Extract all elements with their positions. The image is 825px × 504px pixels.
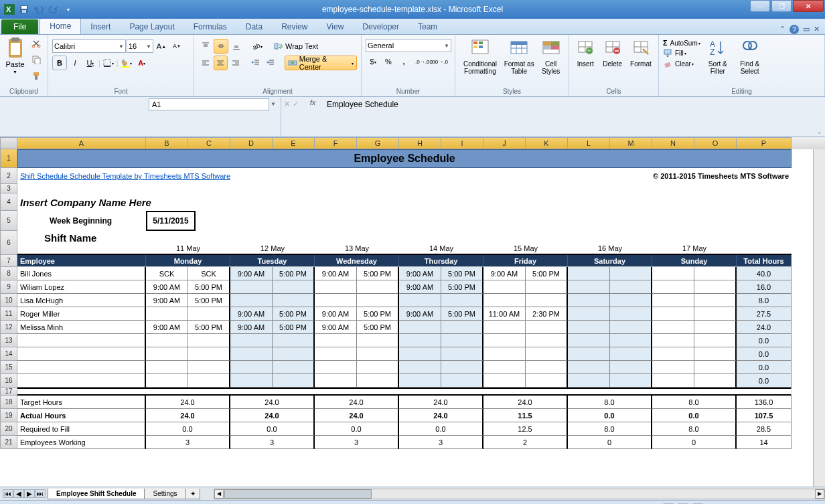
font-size-combo[interactable]: 16▼	[127, 39, 153, 53]
cell-shift-start[interactable]	[568, 294, 610, 307]
cell-shift-start[interactable]	[399, 334, 441, 347]
cell-shift-start[interactable]: 9:00 AM	[399, 307, 441, 321]
cell-shift-end[interactable]	[694, 361, 737, 374]
cell-shift-end[interactable]	[694, 294, 737, 307]
decrease-decimal-icon[interactable]: .00→.0	[432, 54, 447, 69]
cell-shift-end[interactable]	[273, 361, 315, 374]
cell-shift-end[interactable]: 5:00 PM	[188, 294, 230, 307]
col-header-O[interactable]: O	[694, 137, 737, 149]
tab-nav-next-icon[interactable]: ▶	[24, 489, 35, 498]
cell-shift-end[interactable]	[188, 347, 230, 361]
insert-cells-button[interactable]: + Insert	[573, 36, 597, 68]
cell-summary-value[interactable]: 8.0	[652, 422, 737, 436]
cell-employee-name[interactable]	[17, 334, 146, 347]
col-header-I[interactable]: I	[441, 137, 483, 149]
cell-shift-end[interactable]	[526, 347, 568, 361]
increase-decimal-icon[interactable]: .0→.00	[417, 54, 431, 69]
row-header-19[interactable]: 19	[0, 409, 17, 422]
clear-button[interactable]: Clear▾	[663, 59, 700, 68]
minimize-button[interactable]: —	[750, 0, 770, 12]
cell-employee-total[interactable]: 24.0	[737, 321, 792, 334]
cell-summary-value[interactable]: 0.0	[568, 409, 652, 422]
fill-color-button[interactable]: ▾	[119, 56, 134, 70]
row-header-3[interactable]: 3	[0, 184, 17, 193]
cell-shift-start[interactable]	[315, 334, 357, 347]
row-header-17[interactable]: 17	[0, 388, 17, 396]
cell-shift-start[interactable]	[652, 294, 694, 307]
cell-shift-end[interactable]: 5:00 PM	[273, 267, 315, 280]
italic-button[interactable]: I	[68, 56, 82, 70]
cell-shift-end[interactable]	[273, 347, 315, 361]
cell-shift-end[interactable]	[694, 307, 737, 321]
col-header-M[interactable]: M	[610, 137, 652, 149]
cell-shift-end[interactable]: 5:00 PM	[441, 280, 483, 294]
cell-shift-end[interactable]: 5:00 PM	[273, 321, 315, 334]
cell-date[interactable]: 15 May	[483, 231, 568, 255]
spreadsheet-grid[interactable]: ABCDEFGHIJKLMNOP 12345678910111213141516…	[0, 137, 825, 487]
col-header-P[interactable]: P	[737, 137, 792, 149]
tab-nav-first-icon[interactable]: ⏮	[3, 489, 13, 498]
row-header-14[interactable]: 14	[0, 347, 17, 361]
cell-shift-end[interactable]: 5:00 PM	[357, 321, 399, 334]
cell-header-day[interactable]: Wednesday	[315, 255, 399, 267]
cell-shift-end[interactable]	[694, 280, 737, 294]
row-header-5[interactable]: 5	[0, 211, 17, 231]
cell-shift-end[interactable]	[188, 361, 230, 374]
cell-shift-start[interactable]: 9:00 AM	[399, 280, 441, 294]
cell-summary-value[interactable]: 0.0	[315, 422, 399, 436]
col-header-J[interactable]: J	[483, 137, 526, 149]
cell-shift-start[interactable]	[483, 280, 526, 294]
sheet-tab-1[interactable]: Employee Shift Schedule	[48, 489, 145, 499]
cell-shift-start[interactable]	[315, 374, 357, 388]
cell-shift-end[interactable]	[526, 280, 568, 294]
sort-filter-button[interactable]: AZ Sort & Filter	[703, 36, 733, 75]
cell-shift-start[interactable]	[652, 321, 694, 334]
cell-shift-start[interactable]	[483, 347, 526, 361]
font-name-combo[interactable]: Calibri▼	[52, 39, 126, 53]
cell-shift-start[interactable]	[652, 307, 694, 321]
cell-shift-start[interactable]	[652, 334, 694, 347]
cell-shift-start[interactable]: 9:00 AM	[315, 267, 357, 280]
tab-review[interactable]: Review	[272, 19, 317, 34]
cell-shift-start[interactable]	[315, 347, 357, 361]
percent-icon[interactable]: %	[381, 54, 396, 69]
cell-styles-button[interactable]: Cell Styles	[537, 36, 565, 75]
cell-shift-start[interactable]	[399, 347, 441, 361]
help-icon[interactable]: ?	[790, 25, 799, 34]
cell-summary-value[interactable]: 0.0	[399, 422, 483, 436]
cell-shift-end[interactable]	[357, 374, 399, 388]
cell-header-day[interactable]: Saturday	[568, 255, 652, 267]
cell-employee-name[interactable]: Bill Jones	[17, 267, 146, 280]
cell-shift-start[interactable]	[230, 361, 273, 374]
col-header-F[interactable]: F	[315, 137, 357, 149]
cell-summary-label[interactable]: Actual Hours	[17, 409, 146, 422]
cell-employee-total[interactable]: 16.0	[737, 280, 792, 294]
cell-employee-name[interactable]: Lisa McHugh	[17, 294, 146, 307]
cell-shift-start[interactable]	[399, 374, 441, 388]
format-painter-icon[interactable]	[29, 68, 44, 83]
cell-shift-start[interactable]: 9:00 AM	[483, 267, 526, 280]
row-header-11[interactable]: 11	[0, 307, 17, 321]
cell-week-label[interactable]: Week Beginning	[47, 211, 146, 231]
cell-shift-start[interactable]	[483, 321, 526, 334]
row-header-20[interactable]: 20	[0, 422, 17, 436]
col-header-B[interactable]: B	[146, 137, 188, 149]
cell-shift-start[interactable]: 9:00 AM	[146, 280, 188, 294]
cell-header-day[interactable]: Thursday	[399, 255, 483, 267]
cell-shift-end[interactable]: 2:30 PM	[526, 307, 568, 321]
cell-shift-start[interactable]	[568, 361, 610, 374]
fx-icon[interactable]: fx	[303, 98, 323, 106]
cell-company[interactable]: Insert Company Name Here	[17, 193, 792, 211]
cell-shift-start[interactable]: 9:00 AM	[230, 267, 273, 280]
row-header-13[interactable]: 13	[0, 334, 17, 347]
cell-summary-value[interactable]: 2	[483, 436, 568, 449]
row-header-21[interactable]: 21	[0, 436, 17, 449]
col-header-H[interactable]: H	[399, 137, 441, 149]
cell-summary-value[interactable]: 0	[652, 436, 737, 449]
undo-icon[interactable]	[32, 3, 46, 16]
cell-shift-start[interactable]	[652, 361, 694, 374]
number-format-combo[interactable]: General▼	[366, 39, 451, 52]
cell-shift-start[interactable]	[315, 280, 357, 294]
cell-summary-total[interactable]: 136.0	[737, 396, 792, 409]
cell-shift-end[interactable]	[273, 334, 315, 347]
